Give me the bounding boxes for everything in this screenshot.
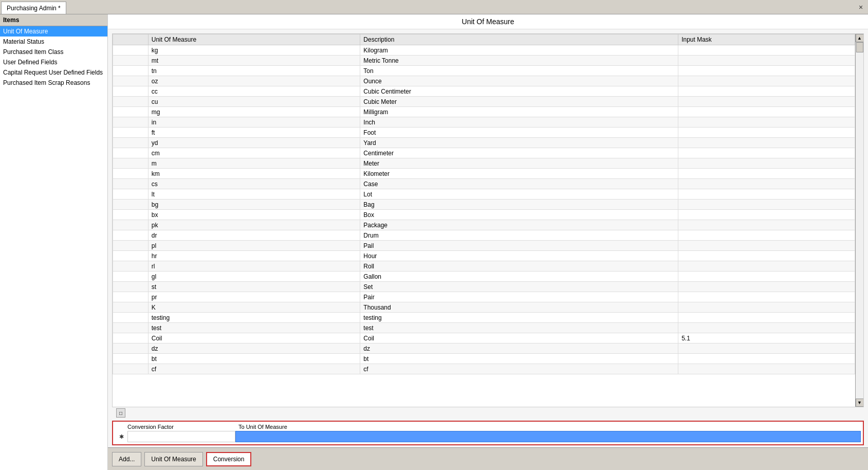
table-row[interactable]: inInch bbox=[113, 117, 855, 128]
sidebar-item-material-status[interactable]: Material Status bbox=[0, 37, 107, 47]
description-cell: Drum bbox=[360, 230, 678, 241]
input-mask-cell bbox=[678, 344, 855, 354]
table-row[interactable]: bgBag bbox=[113, 200, 855, 210]
input-mask-cell bbox=[678, 230, 855, 241]
row-marker-cell bbox=[113, 333, 149, 344]
uom-cell: K bbox=[148, 302, 360, 313]
uom-cell: pr bbox=[148, 292, 360, 302]
input-mask-cell bbox=[678, 86, 855, 97]
bottom-toolbar: Add... Unit Of Measure Conversion bbox=[108, 447, 868, 470]
table-row[interactable]: cuCubic Meter bbox=[113, 97, 855, 107]
scroll-down-btn[interactable]: ▼ bbox=[856, 399, 864, 407]
uom-cell: hr bbox=[148, 251, 360, 261]
table-row[interactable]: stSet bbox=[113, 282, 855, 292]
sidebar-item-unit-of-measure[interactable]: Unit Of Measure bbox=[0, 26, 107, 37]
table-row[interactable]: csCase bbox=[113, 179, 855, 189]
row-marker-cell bbox=[113, 200, 149, 210]
description-cell: dz bbox=[360, 344, 678, 354]
uom-cell: mt bbox=[148, 56, 360, 66]
row-marker-cell bbox=[113, 76, 149, 86]
table-row[interactable]: drDrum bbox=[113, 230, 855, 241]
input-mask-cell bbox=[678, 210, 855, 220]
conversion-factor-input[interactable] bbox=[127, 431, 235, 442]
content-header: Unit Of Measure bbox=[108, 14, 868, 29]
row-marker-cell bbox=[113, 107, 149, 117]
row-marker-cell bbox=[113, 282, 149, 292]
row-marker-cell bbox=[113, 323, 149, 333]
table-row[interactable]: kmKilometer bbox=[113, 169, 855, 179]
unit-of-measure-button[interactable]: Unit Of Measure bbox=[144, 452, 202, 466]
tab-label: Purchasing Admin * bbox=[7, 5, 61, 12]
table-row[interactable]: prPair bbox=[113, 292, 855, 302]
table-row[interactable]: kgKilogram bbox=[113, 45, 855, 56]
description-cell: Cubic Meter bbox=[360, 97, 678, 107]
uom-cell: gl bbox=[148, 272, 360, 282]
input-mask-cell bbox=[678, 169, 855, 179]
table-row[interactable]: plPail bbox=[113, 241, 855, 251]
table-row[interactable]: cfcf bbox=[113, 364, 855, 374]
uom-cell: in bbox=[148, 117, 360, 128]
table-row[interactable]: testingtesting bbox=[113, 313, 855, 323]
row-marker-cell bbox=[113, 128, 149, 138]
sidebar-item-purchased-item-class[interactable]: Purchased Item Class bbox=[0, 47, 107, 57]
conversion-panel-row: ✱ bbox=[115, 431, 861, 442]
table-row[interactable]: glGallon bbox=[113, 272, 855, 282]
row-marker-cell bbox=[113, 148, 149, 158]
description-cell: Milligram bbox=[360, 107, 678, 117]
table-row[interactable]: mMeter bbox=[113, 158, 855, 169]
uom-cell: pl bbox=[148, 241, 360, 251]
row-marker-cell bbox=[113, 97, 149, 107]
table-row[interactable]: pkPackage bbox=[113, 220, 855, 230]
row-marker-cell bbox=[113, 251, 149, 261]
add-button[interactable]: Add... bbox=[112, 452, 141, 466]
input-mask-cell bbox=[678, 251, 855, 261]
uom-cell: st bbox=[148, 282, 360, 292]
table-row[interactable]: ydYard bbox=[113, 138, 855, 148]
table-row[interactable]: testtest bbox=[113, 323, 855, 333]
sidebar-item-scrap-reasons[interactable]: Purchased Item Scrap Reasons bbox=[0, 78, 107, 88]
input-mask-cell bbox=[678, 323, 855, 333]
scroll-thumb[interactable] bbox=[856, 42, 863, 52]
cf-column-label: Conversion Factor bbox=[115, 424, 238, 430]
uom-cell: dz bbox=[148, 344, 360, 354]
table-row[interactable]: dzdz bbox=[113, 344, 855, 354]
table-row[interactable]: ltLot bbox=[113, 189, 855, 200]
input-mask-cell bbox=[678, 107, 855, 117]
row-marker-cell bbox=[113, 117, 149, 128]
collapse-button[interactable]: □ bbox=[116, 408, 125, 418]
table-row[interactable]: tnTon bbox=[113, 66, 855, 76]
sidebar-item-capital-request[interactable]: Capital Request User Defined Fields bbox=[0, 67, 107, 78]
conversion-button[interactable]: Conversion bbox=[206, 452, 252, 466]
row-marker-cell bbox=[113, 302, 149, 313]
table-row[interactable]: rlRoll bbox=[113, 261, 855, 272]
scroll-up-btn[interactable]: ▲ bbox=[856, 34, 864, 42]
uom-cell: bt bbox=[148, 354, 360, 364]
table-row[interactable]: cmCentimeter bbox=[113, 148, 855, 158]
table-row[interactable]: ozOunce bbox=[113, 76, 855, 86]
table-row[interactable]: mgMilligram bbox=[113, 107, 855, 117]
table-row[interactable]: btbt bbox=[113, 354, 855, 364]
main-container: Items Unit Of Measure Material Status Pu… bbox=[0, 14, 868, 470]
table-row[interactable]: bxBox bbox=[113, 210, 855, 220]
table-row[interactable]: hrHour bbox=[113, 251, 855, 261]
input-mask-cell bbox=[678, 354, 855, 364]
table-row[interactable]: CoilCoil5.1 bbox=[113, 333, 855, 344]
uom-cell: tn bbox=[148, 66, 360, 76]
purchasing-admin-tab[interactable]: Purchasing Admin * bbox=[1, 2, 66, 14]
right-scrollbar[interactable]: ▲ ▼ bbox=[855, 34, 863, 407]
row-marker-cell bbox=[113, 344, 149, 354]
table-row[interactable]: ccCubic Centimeter bbox=[113, 86, 855, 97]
uom-table-wrapper[interactable]: Unit Of Measure Description Input Mask k… bbox=[113, 34, 855, 407]
uom-cell: rl bbox=[148, 261, 360, 272]
description-cell: Hour bbox=[360, 251, 678, 261]
description-cell: Case bbox=[360, 179, 678, 189]
col-header-description: Description bbox=[360, 34, 678, 45]
sidebar-item-user-defined-fields[interactable]: User Defined Fields bbox=[0, 57, 107, 67]
table-row[interactable]: ftFoot bbox=[113, 128, 855, 138]
conversion-uom-input[interactable] bbox=[235, 431, 861, 442]
description-cell: Cubic Centimeter bbox=[360, 86, 678, 97]
close-button[interactable]: × bbox=[856, 2, 866, 12]
sidebar: Items Unit Of Measure Material Status Pu… bbox=[0, 14, 108, 470]
table-row[interactable]: KThousand bbox=[113, 302, 855, 313]
table-row[interactable]: mtMetric Tonne bbox=[113, 56, 855, 66]
